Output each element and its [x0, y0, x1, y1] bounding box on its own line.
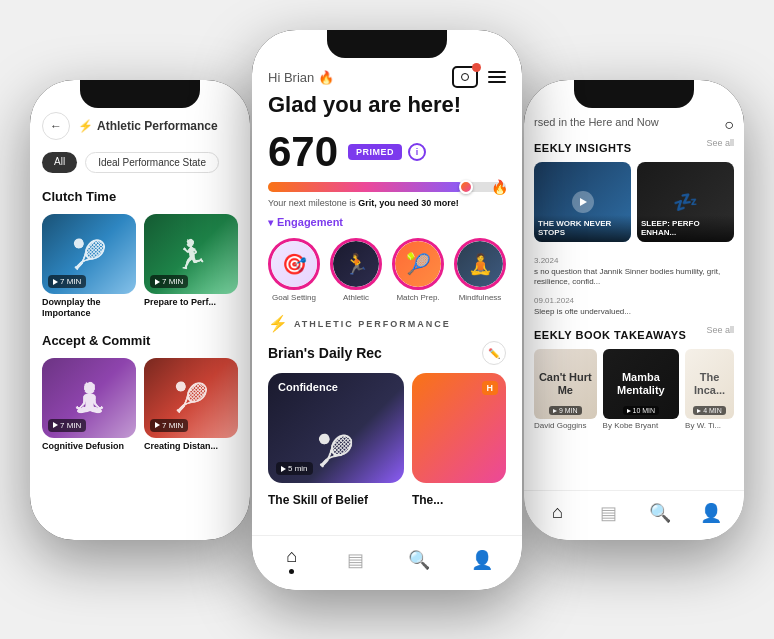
camera-lens-icon: [461, 73, 469, 81]
see-all-insights[interactable]: See all: [706, 138, 734, 148]
engagement-label: Engagement: [277, 216, 343, 228]
engagement-toggle[interactable]: ▾ Engagement: [268, 216, 506, 228]
video-duration-2: 7 MIN: [150, 275, 188, 288]
rec-titles-row: The Skill of Belief The...: [268, 487, 506, 509]
right-nav-profile[interactable]: 👤: [685, 502, 736, 524]
chevron-down-icon: ▾: [268, 217, 273, 228]
video-label-4: Creating Distan...: [144, 441, 238, 452]
eng-circle-match: 🎾: [392, 238, 444, 290]
edit-button[interactable]: ✏️: [482, 341, 506, 365]
play-icon-2: [155, 279, 160, 285]
back-button[interactable]: ←: [42, 112, 70, 140]
video-card-3[interactable]: 🧘 7 MIN: [42, 358, 136, 438]
play-icon-4: [155, 422, 160, 428]
center-phone-notch: [327, 30, 447, 58]
pill-all[interactable]: All: [42, 152, 77, 173]
mind-label: Mindfulness: [459, 293, 502, 302]
insight-overlay-2: SLEEP: PERFO ENHAN...: [637, 215, 734, 242]
play-icon-book3: [697, 409, 701, 413]
video-label-1: Downplay the Importance: [42, 297, 136, 319]
rec-card-h[interactable]: H: [412, 373, 506, 483]
nav-active-dot: [289, 569, 294, 574]
center-top-bar: Hi Brian 🔥: [268, 66, 506, 88]
right-nav-library[interactable]: ▤: [583, 502, 634, 524]
rec-card-confidence[interactable]: Confidence 🎾 5 min: [268, 373, 404, 483]
nav-home[interactable]: ⌂: [260, 546, 324, 574]
right-phone: rsed in the Here and Now ○ EEKLY INSIGHT…: [524, 80, 744, 540]
menu-button[interactable]: [488, 71, 506, 83]
ap-brand-text: ATHLETIC PERFORMANCE: [294, 319, 451, 329]
nav-search[interactable]: 🔍: [387, 549, 451, 571]
camera-button[interactable]: [452, 66, 478, 88]
header-title-text: Athletic Performance: [97, 119, 218, 133]
see-all-books[interactable]: See all: [706, 325, 734, 335]
progress-fill: [268, 182, 463, 192]
eng-mindfulness[interactable]: 🧘 Mindfulness: [454, 238, 506, 302]
insight-cards-row: THE WORK NEVER STOPS 💤 SLEEP: PERFO ENHA…: [534, 162, 734, 242]
left-phone-content: ← ⚡ Athletic Performance All Ideal Perfo…: [30, 80, 250, 451]
book-author-1: David Goggins: [534, 421, 597, 430]
right-nav-search[interactable]: 🔍: [634, 502, 685, 524]
eng-match-prep[interactable]: 🎾 Match Prep.: [392, 238, 444, 302]
match-label: Match Prep.: [396, 293, 439, 302]
books-header: EEKLY BOOK TAKEAWAYS See all: [534, 325, 734, 343]
book-item-3: The Inca... 4 MIN By W. Ti...: [685, 349, 734, 430]
info-badge[interactable]: i: [408, 143, 426, 161]
insight-text-1: 3.2024 s no question that Jannik Sinner …: [534, 256, 734, 288]
video-item-2: 🏃 7 MIN Prepare to Perf...: [144, 214, 238, 319]
nav-profile[interactable]: 👤: [451, 549, 515, 571]
engagement-circles: 🎯 Goal Setting 🏃 Athletic 🎾 Match Prep.: [268, 238, 506, 302]
center-title: Glad you are here!: [268, 92, 506, 118]
insight-date-2: 09.01.2024: [534, 296, 734, 305]
video-label-3: Cognitive Defusion: [42, 441, 136, 452]
nav-library[interactable]: ▤: [324, 549, 388, 571]
top-icons: [452, 66, 506, 88]
eng-goal-setting[interactable]: 🎯 Goal Setting: [268, 238, 320, 302]
video-card-2[interactable]: 🏃 7 MIN: [144, 214, 238, 294]
ap-brand-row: ⚡ ATHLETIC PERFORMANCE: [268, 314, 506, 333]
clutch-time-title: Clutch Time: [42, 189, 238, 204]
insight-card-1[interactable]: THE WORK NEVER STOPS: [534, 162, 631, 242]
ap-logo-icon: ⚡: [268, 314, 288, 333]
play-button-1[interactable]: [572, 191, 594, 213]
right-search-icon: 🔍: [649, 502, 671, 524]
milestone-text: Your next milestone is Grit, you need 30…: [268, 198, 506, 208]
left-header-title: ⚡ Athletic Performance: [78, 119, 218, 133]
left-header: ← ⚡ Athletic Performance: [42, 112, 238, 140]
clutch-time-grid: 🎾 7 MIN Downplay the Importance 🏃 7 MIN: [42, 214, 238, 319]
library-icon: ▤: [347, 549, 364, 571]
right-nav-home[interactable]: ⌂: [532, 502, 583, 523]
athletic-label: Athletic: [343, 293, 369, 302]
book-card-1[interactable]: Can't Hurt Me 9 MIN: [534, 349, 597, 419]
book-cards-row: Can't Hurt Me 9 MIN David Goggins: [534, 349, 734, 430]
rec-duration-1: 5 min: [276, 462, 313, 475]
menu-line-1: [488, 71, 506, 73]
rec-card-label-1: Confidence: [278, 381, 338, 393]
lightning-icon: ⚡: [78, 119, 93, 133]
right-profile-icon: 👤: [700, 502, 722, 524]
video-card-4[interactable]: 🎾 7 MIN: [144, 358, 238, 438]
insight-card-2[interactable]: 💤 SLEEP: PERFO ENHAN...: [637, 162, 734, 242]
pill-ideal[interactable]: Ideal Performance State: [85, 152, 219, 173]
book-card-3[interactable]: The Inca... 4 MIN: [685, 349, 734, 419]
left-phone-notch: [80, 80, 200, 108]
athletic-icon: 🏃: [333, 241, 379, 287]
pill-ideal-label: Ideal Performance State: [98, 157, 206, 168]
score-badges: PRIMED i: [348, 143, 426, 161]
rec-title-2: The...: [412, 493, 506, 507]
back-arrow-icon: ←: [50, 119, 62, 133]
video-card-1[interactable]: 🎾 7 MIN: [42, 214, 136, 294]
play-icon-rec1: [281, 466, 286, 472]
right-home-icon: ⌂: [552, 502, 563, 523]
partial-title: rsed in the Here and Now ○: [534, 116, 734, 128]
video-label-2: Prepare to Perf...: [144, 297, 238, 308]
video-item-3: 🧘 7 MIN Cognitive Defusion: [42, 358, 136, 452]
center-phone-content: Hi Brian 🔥 Glad you are here!: [252, 30, 522, 590]
eng-athletic[interactable]: 🏃 Athletic: [330, 238, 382, 302]
rec-cards-row: Confidence 🎾 5 min H: [268, 373, 506, 483]
mind-icon: 🧘: [457, 241, 503, 287]
goal-label: Goal Setting: [272, 293, 316, 302]
book-card-2[interactable]: Mamba Mentality 10 MIN: [603, 349, 680, 419]
greeting-text: Hi Brian 🔥: [268, 70, 334, 85]
play-icon-1: [53, 279, 58, 285]
